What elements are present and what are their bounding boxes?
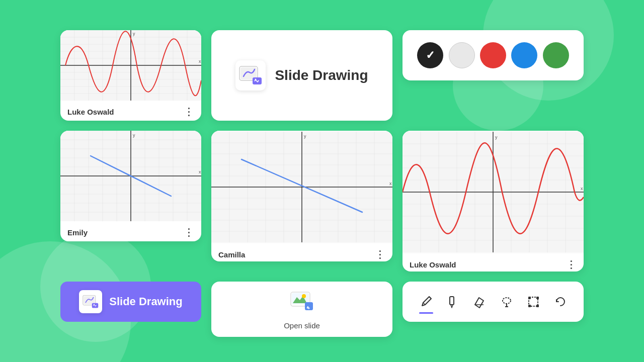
tool-eraser[interactable] [468,291,491,313]
tool-lasso[interactable] [496,291,518,313]
open-slide-card[interactable]: Open slide [211,282,392,337]
slide-drawing-btn-label: Slide Drawing [109,295,182,308]
luke-oswald-small-menu[interactable]: ⋮ [184,106,194,118]
sine-wave-large-svg: x y [403,131,584,253]
sine-wave-small-svg: x y [60,30,201,101]
lasso-icon [500,295,514,309]
svg-rect-114 [528,305,531,307]
pencil-icon [419,295,433,309]
emily-graph: x y [60,131,201,221]
open-slide-svg [289,289,315,315]
main-layout: x y Luke Oswald ⋮ Slide Drawing [0,0,644,362]
emily-name: Emily [67,228,88,237]
svg-text:x: x [199,59,201,64]
color-green[interactable] [543,42,569,68]
svg-point-110 [503,298,511,304]
tool-transform[interactable] [522,291,544,313]
slide-drawing-btn-icon [82,293,100,311]
open-slide-icon [289,289,315,317]
svg-rect-112 [528,297,531,299]
eraser-icon [472,295,487,309]
luke-oswald-large-footer: Luke Oswald ⋮ [403,253,584,272]
camilla-graph: x y [211,131,392,243]
camilla-name: Camilla [218,250,245,259]
color-blue[interactable] [511,42,537,68]
svg-text:y: y [495,135,498,140]
color-picker-card: ✓ [403,30,584,80]
tool-pencil[interactable] [415,291,437,313]
svg-text:x: x [389,181,392,186]
svg-point-101 [94,304,95,305]
slide-drawing-title-card: Slide Drawing [211,30,392,121]
svg-rect-113 [536,297,539,299]
emily-footer: Emily ⋮ [60,221,201,241]
svg-rect-108 [450,297,454,305]
luke-oswald-large-card: x y Luke Oswald ⋮ [403,131,584,272]
slide-drawing-title-icon-wrap [235,60,266,90]
toolbar-card [403,282,584,322]
luke-oswald-large-menu[interactable]: ⋮ [566,258,577,270]
slide-drawing-title-label: Slide Drawing [275,67,368,83]
camilla-menu[interactable]: ⋮ [375,248,385,260]
tool-undo[interactable] [549,291,571,313]
svg-text:y: y [304,134,306,139]
emily-card: x y Emily ⋮ [60,131,201,241]
svg-text:x: x [581,186,583,191]
luke-oswald-small-name: Luke Oswald [67,108,114,116]
camilla-footer: Camilla ⋮ [211,243,392,261]
color-white[interactable] [449,42,475,68]
undo-icon [553,295,567,309]
luke-oswald-large-name: Luke Oswald [410,260,456,269]
emily-menu[interactable]: ⋮ [184,226,194,238]
color-red[interactable] [480,42,506,68]
transform-icon [526,295,540,309]
slide-drawing-title-icon [237,62,264,88]
slide-drawing-button[interactable]: Slide Drawing [60,282,201,322]
svg-text:y: y [133,31,135,36]
svg-rect-115 [536,305,539,307]
svg-text:x: x [199,169,201,174]
open-slide-label: Open slide [284,321,320,330]
slide-drawing-btn-icon-wrap [79,290,102,313]
color-black[interactable]: ✓ [417,42,443,68]
emily-graph-svg: x y [60,131,201,221]
svg-point-26 [255,79,257,80]
svg-text:y: y [133,133,135,138]
tool-marker[interactable] [442,291,464,313]
luke-oswald-large-graph: x y [403,131,584,253]
marker-icon [446,295,460,309]
luke-oswald-small-card: x y Luke Oswald ⋮ [60,30,201,121]
luke-oswald-small-footer: Luke Oswald ⋮ [60,101,201,121]
camilla-graph-svg: x y [211,131,392,243]
svg-point-105 [302,294,306,298]
luke-oswald-small-graph: x y [60,30,201,101]
camilla-card: x y Camilla ⋮ [211,131,392,261]
